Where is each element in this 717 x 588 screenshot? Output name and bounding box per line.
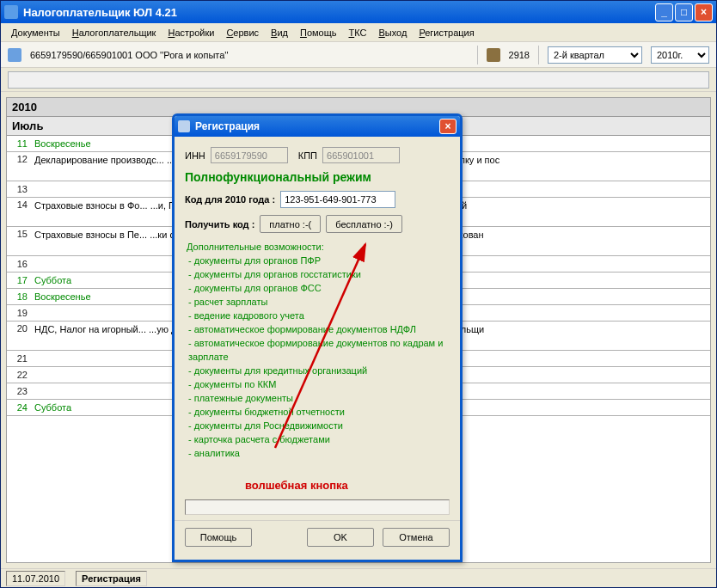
day-number: 18 bbox=[7, 291, 31, 302]
feature-item: - документы для органов ФСС bbox=[187, 281, 450, 295]
separator bbox=[477, 46, 478, 64]
building-icon bbox=[487, 48, 500, 62]
paid-button[interactable]: платно :-( bbox=[260, 215, 321, 233]
feature-item: - автоматическое формирование документов… bbox=[187, 322, 450, 336]
inn-label: ИНН bbox=[185, 150, 205, 161]
feature-item: - аналитика bbox=[187, 446, 450, 460]
feature-item: - платежные документы bbox=[187, 391, 450, 405]
close-button[interactable]: × bbox=[695, 3, 713, 21]
dialog-icon bbox=[178, 120, 190, 132]
registration-dialog: Регистрация × ИНН КПП Полнофункциональны… bbox=[172, 113, 463, 562]
search-row bbox=[1, 68, 716, 92]
feature-item: - документы для кредитных организаций bbox=[187, 364, 450, 377]
dialog-close-button[interactable]: × bbox=[439, 119, 457, 134]
dialog-footer: Помощь OK Отмена bbox=[175, 520, 460, 560]
feature-item: - расчет зарплаты bbox=[187, 295, 450, 309]
search-input[interactable] bbox=[8, 71, 709, 89]
inn-field bbox=[211, 147, 288, 163]
minimize-button[interactable]: _ bbox=[655, 3, 673, 21]
day-number: 20 bbox=[7, 323, 31, 334]
feature-item: - документы для органов ПФР bbox=[187, 254, 450, 267]
day-number: 15 bbox=[7, 229, 31, 239]
year-select[interactable]: 2010г. bbox=[651, 46, 709, 64]
day-number: 19 bbox=[7, 308, 31, 318]
feature-item: - ведение кадрового учета bbox=[187, 309, 450, 322]
menu-item-6[interactable]: ТКС bbox=[343, 26, 371, 40]
features-list: Дополнительные возможности: - документы … bbox=[185, 240, 450, 460]
day-number: 16 bbox=[7, 259, 31, 269]
day-number: 23 bbox=[7, 386, 31, 396]
feature-item: - карточка расчета с бюджетами bbox=[187, 432, 450, 446]
day-number: 14 bbox=[7, 199, 31, 210]
feature-item: - документы по ККМ bbox=[187, 377, 450, 391]
day-number: 17 bbox=[7, 275, 31, 285]
code-input[interactable] bbox=[280, 191, 395, 208]
dialog-title: Регистрация bbox=[195, 120, 439, 132]
ok-button[interactable]: OK bbox=[307, 528, 374, 547]
feature-item: - документы бюджетной отчетности bbox=[187, 405, 450, 419]
dialog-titlebar: Регистрация × bbox=[175, 116, 460, 137]
status-date: 11.07.2010 bbox=[6, 571, 65, 586]
menu-item-8[interactable]: Регистрация bbox=[414, 26, 479, 40]
cancel-button[interactable]: Отмена bbox=[383, 528, 450, 547]
day-number: 11 bbox=[7, 138, 31, 149]
get-code-label: Получить код : bbox=[185, 219, 254, 230]
feature-item: - автоматическое формирование документов… bbox=[187, 336, 450, 364]
free-button[interactable]: бесплатно :-) bbox=[326, 215, 402, 233]
kpp-label: КПП bbox=[298, 150, 317, 161]
day-number: 21 bbox=[7, 353, 31, 364]
quarter-select[interactable]: 2-й квартал bbox=[548, 46, 642, 64]
window-controls: _ □ × bbox=[655, 3, 713, 21]
day-number: 22 bbox=[7, 370, 31, 380]
feature-item: - документы для Роснедвижимости bbox=[187, 419, 450, 432]
menu-item-4[interactable]: Вид bbox=[266, 26, 293, 40]
mode-title: Полнофункциональный режим bbox=[185, 170, 450, 184]
ifns-code: 2918 bbox=[509, 50, 530, 60]
magic-annotation: волшебная кнопка bbox=[245, 479, 450, 492]
window-title: Налогоплательщик ЮЛ 4.21 bbox=[23, 6, 655, 19]
menu-item-7[interactable]: Выход bbox=[373, 26, 412, 40]
day-number: 13 bbox=[7, 184, 31, 194]
menu-item-5[interactable]: Помощь bbox=[295, 26, 342, 40]
titlebar: Налогоплательщик ЮЛ 4.21 _ □ × bbox=[1, 1, 716, 23]
maximize-button[interactable]: □ bbox=[675, 3, 693, 21]
features-header: Дополнительные возможности: bbox=[185, 240, 450, 254]
help-button[interactable]: Помощь bbox=[185, 528, 252, 547]
separator bbox=[538, 46, 539, 64]
info-bar bbox=[185, 499, 450, 515]
app-icon bbox=[4, 5, 18, 19]
menu-item-2[interactable]: Настройки bbox=[162, 26, 219, 40]
menu-item-1[interactable]: Налогоплательщик bbox=[67, 26, 162, 40]
org-text: 6659179590/665901001 ООО ''Рога и копыта… bbox=[30, 50, 469, 60]
kpp-field bbox=[322, 147, 400, 163]
user-icon bbox=[8, 48, 21, 62]
menu-item-0[interactable]: Документы bbox=[6, 26, 65, 40]
statusbar: 11.07.2010 Регистрация bbox=[1, 568, 716, 587]
feature-item: - документы для органов госстатистики bbox=[187, 267, 450, 281]
toolbar: 6659179590/665901001 ООО ''Рога и копыта… bbox=[1, 42, 716, 68]
dialog-body: ИНН КПП Полнофункциональный режим Код дл… bbox=[175, 137, 460, 499]
code-label: Код для 2010 года : bbox=[185, 194, 275, 205]
status-mode: Регистрация bbox=[76, 571, 147, 586]
day-number: 24 bbox=[7, 402, 31, 413]
menu-item-3[interactable]: Сервис bbox=[221, 26, 264, 40]
menubar: ДокументыНалогоплательщикНастройкиСервис… bbox=[1, 23, 716, 42]
day-number: 12 bbox=[7, 154, 31, 164]
